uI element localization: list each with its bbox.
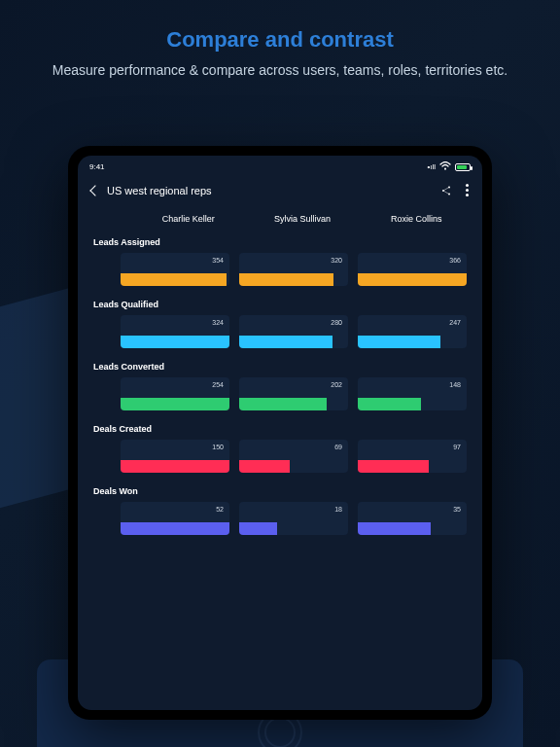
metric-label: Deals Won xyxy=(93,486,467,496)
metric-value: 52 xyxy=(216,506,224,513)
svg-point-0 xyxy=(265,718,295,747)
metric-value: 148 xyxy=(449,381,461,388)
svg-line-6 xyxy=(444,188,448,191)
metric-value: 324 xyxy=(212,319,224,326)
metric-bar xyxy=(121,522,229,535)
svg-point-5 xyxy=(448,193,450,195)
metric-value: 18 xyxy=(334,506,342,513)
column-header: Roxie Collins xyxy=(367,214,467,224)
metric-bar xyxy=(121,336,229,348)
metric-group: Leads Converted254202148 xyxy=(93,362,467,410)
metric-cards-row: 1506997 xyxy=(121,440,467,473)
metric-bar xyxy=(239,273,333,286)
svg-line-7 xyxy=(444,191,448,194)
metric-value: 254 xyxy=(212,381,224,388)
tablet-frame: 9:41 •ıll US west regional reps xyxy=(68,146,492,720)
status-time: 9:41 xyxy=(89,162,105,171)
metric-bar xyxy=(239,398,327,410)
metric-card[interactable]: 280 xyxy=(239,315,348,348)
metric-value: 150 xyxy=(212,444,224,450)
metric-bar xyxy=(121,273,227,286)
metric-card[interactable]: 254 xyxy=(121,377,229,410)
hero-title: Compare and contrast xyxy=(19,27,541,53)
metric-value: 97 xyxy=(453,444,461,450)
metric-card[interactable]: 366 xyxy=(358,253,467,286)
metric-bar xyxy=(358,460,429,473)
app-bar: US west regional reps xyxy=(78,174,482,210)
metric-value: 366 xyxy=(449,257,461,264)
metric-value: 69 xyxy=(334,444,342,450)
column-header: Charlie Keller xyxy=(138,214,238,224)
metric-label: Deals Created xyxy=(93,424,467,434)
comparison-content: Charlie Keller Sylvia Sullivan Roxie Col… xyxy=(78,210,482,710)
column-header: Sylvia Sullivan xyxy=(252,214,352,224)
svg-point-4 xyxy=(448,186,450,188)
metric-bar xyxy=(358,336,440,348)
metric-card[interactable]: 202 xyxy=(239,377,348,410)
share-icon[interactable] xyxy=(440,185,452,196)
metric-cards-row: 354320366 xyxy=(121,253,467,286)
metric-card[interactable]: 69 xyxy=(239,440,348,473)
page-title: US west regional reps xyxy=(107,185,212,196)
metric-group: Leads Qualified324280247 xyxy=(93,300,467,348)
metric-card[interactable]: 150 xyxy=(121,440,229,473)
hero-subtitle: Measure performance & compare across use… xyxy=(19,60,541,80)
metric-group: Leads Assigned354320366 xyxy=(93,237,467,286)
status-bar: 9:41 •ıll xyxy=(78,156,482,174)
metric-bar xyxy=(239,522,277,535)
svg-point-2 xyxy=(444,168,446,170)
more-icon[interactable] xyxy=(466,184,469,196)
metric-card[interactable]: 320 xyxy=(239,253,348,286)
metric-card[interactable]: 148 xyxy=(358,377,467,410)
metric-cards-row: 254202148 xyxy=(121,377,467,410)
metric-bar xyxy=(239,460,290,473)
metric-value: 202 xyxy=(331,381,342,388)
metric-card[interactable]: 247 xyxy=(358,315,467,348)
battery-icon xyxy=(455,163,471,171)
metric-cards-row: 521835 xyxy=(121,502,467,535)
back-icon[interactable] xyxy=(89,185,100,196)
metric-card[interactable]: 354 xyxy=(121,253,229,286)
metric-card[interactable]: 52 xyxy=(121,502,229,535)
metric-card[interactable]: 35 xyxy=(358,502,467,535)
column-headers: Charlie Keller Sylvia Sullivan Roxie Col… xyxy=(138,214,467,224)
metric-value: 320 xyxy=(331,257,342,264)
metric-bar xyxy=(121,398,229,410)
metric-bar xyxy=(121,460,229,473)
metric-value: 354 xyxy=(212,257,224,264)
metric-bar xyxy=(358,522,431,535)
metric-card[interactable]: 18 xyxy=(239,502,348,535)
metric-group: Deals Won521835 xyxy=(93,486,467,535)
hero-section: Compare and contrast Measure performance… xyxy=(0,0,560,91)
metric-value: 35 xyxy=(453,506,461,513)
metric-cards-row: 324280247 xyxy=(121,315,467,348)
metric-label: Leads Assigned xyxy=(93,237,467,247)
signal-icon: •ıll xyxy=(427,162,436,171)
metric-label: Leads Converted xyxy=(93,362,467,372)
metric-bar xyxy=(358,273,467,286)
metric-value: 247 xyxy=(449,319,461,326)
metric-bar xyxy=(358,398,421,410)
metric-value: 280 xyxy=(331,319,342,326)
metric-card[interactable]: 97 xyxy=(358,440,467,473)
metric-label: Leads Qualified xyxy=(93,300,467,309)
metric-card[interactable]: 324 xyxy=(121,315,229,348)
metric-bar xyxy=(239,336,332,348)
metric-group: Deals Created1506997 xyxy=(93,424,467,473)
tablet-screen: 9:41 •ıll US west regional reps xyxy=(78,156,482,710)
wifi-icon xyxy=(439,161,451,172)
